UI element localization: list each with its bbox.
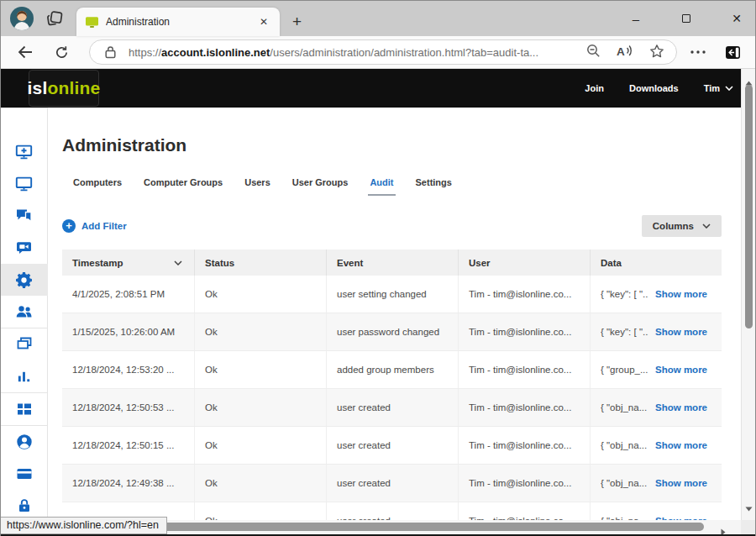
data-snippet: { "key": [ "... [601, 327, 648, 337]
credit-card-icon [16, 465, 33, 482]
tab-computers[interactable]: Computers [62, 177, 133, 196]
cell-status: Ok [194, 389, 326, 426]
zoom-out-icon[interactable] [586, 44, 601, 61]
sidebar-item-chat[interactable] [1, 200, 48, 232]
navbar-link-join[interactable]: Join [585, 83, 604, 93]
data-snippet: { "key": [ "... [601, 289, 648, 299]
tab-user-groups[interactable]: User Groups [281, 177, 360, 196]
minimize-button[interactable]: – [629, 12, 643, 26]
horizontal-scroll-thumb[interactable] [81, 523, 704, 531]
show-more-link[interactable]: Show more [655, 478, 707, 488]
cell-data: { "group_... Show more [590, 351, 722, 388]
scrollbar-corner [741, 520, 755, 534]
favorites-star-icon[interactable] [649, 44, 664, 61]
tab-close-icon[interactable]: ✕ [256, 16, 271, 28]
admin-tabs: Computers Computer Groups Users User Gro… [62, 177, 722, 196]
cell-user: Tim - tim@islonline.co... [458, 427, 590, 464]
sidebar-item-administration[interactable] [1, 264, 48, 296]
read-aloud-icon[interactable]: A [617, 44, 633, 60]
tab-settings[interactable]: Settings [405, 177, 463, 196]
lock-icon[interactable] [105, 45, 116, 59]
cell-event: added group members [326, 351, 458, 388]
table-row: 12/18/2024, 12:49:38 ... Ok user created… [62, 465, 722, 502]
show-more-link[interactable]: Show more [655, 289, 707, 299]
page-viewport: islonline Join Downloads Tim [1, 69, 755, 536]
show-more-link[interactable]: Show more [655, 402, 707, 413]
gear-icon [15, 271, 33, 289]
page-title: Administration [62, 134, 722, 155]
header-status[interactable]: Status [194, 250, 326, 276]
app-sidebar [1, 108, 48, 536]
data-snippet: { "obj_na... [601, 478, 647, 488]
sidebar-item-new-session[interactable] [1, 136, 48, 168]
cell-user: Tim - tim@islonline.co... [458, 313, 590, 350]
navbar-link-downloads[interactable]: Downloads [629, 83, 679, 93]
tab-computer-groups[interactable]: Computer Groups [133, 177, 234, 196]
settings-menu-icon[interactable] [690, 50, 706, 54]
show-more-link[interactable]: Show more [655, 365, 707, 375]
cell-user: Tim - tim@islonline.co... [458, 389, 590, 426]
islonline-logo[interactable]: islonline [29, 70, 99, 107]
vertical-scrollbar[interactable] [741, 69, 755, 520]
cell-status: Ok [194, 351, 326, 388]
cell-data: { "obj_na... Show more [590, 465, 722, 502]
header-data[interactable]: Data [590, 250, 722, 276]
people-icon [15, 303, 33, 320]
show-more-link[interactable]: Show more [655, 327, 707, 337]
logo-online: online [47, 78, 100, 98]
vertical-scroll-thumb[interactable] [745, 85, 753, 328]
address-bar[interactable]: https://account.islonline.net/users/admi… [89, 39, 677, 65]
sidebar-item-servers[interactable] [1, 393, 48, 425]
header-timestamp[interactable]: Timestamp [62, 250, 194, 276]
user-menu[interactable]: Tim [704, 83, 733, 93]
cell-event: user setting changed [326, 276, 458, 313]
scroll-down-icon[interactable] [745, 500, 753, 515]
workspaces-icon[interactable] [45, 10, 64, 31]
columns-button[interactable]: Columns [642, 215, 722, 237]
cell-status: Ok [194, 427, 326, 464]
main-content: Administration Computers Computer Groups… [48, 108, 755, 536]
monitor-plus-icon [15, 144, 33, 160]
add-filter-button[interactable]: + Add Filter [62, 219, 127, 233]
new-tab-button[interactable]: + [292, 13, 302, 30]
cell-event: user password changed [326, 313, 458, 350]
url-scheme: https:// [129, 46, 161, 59]
lock-icon [16, 497, 33, 514]
close-button[interactable]: ✕ [730, 12, 743, 25]
svg-text:A: A [617, 45, 625, 58]
back-icon[interactable] [18, 45, 33, 59]
address-bar-icons: A [586, 44, 664, 61]
bar-chart-icon [16, 369, 32, 385]
browser-profile-avatar[interactable] [10, 7, 34, 30]
header-user[interactable]: User [458, 250, 590, 276]
cell-data: { "key": [ "... Show more [590, 276, 722, 313]
sidebar-item-video-chat[interactable] [1, 232, 48, 264]
cell-data: { "key": [ "... Show more [590, 313, 722, 350]
table-header-row: Timestamp Status Event User Data [62, 250, 722, 276]
browser-toolbar: https://account.islonline.net/users/admi… [1, 36, 755, 69]
browser-tab-administration[interactable]: Administration ✕ [76, 8, 280, 36]
cell-event: user created [326, 389, 458, 426]
sidebar-item-billing[interactable] [1, 458, 48, 490]
audit-table: Timestamp Status Event User Data 4/1/202… [62, 250, 722, 536]
url-path: /users/administration/administration.htm… [270, 46, 538, 59]
chevron-down-icon [725, 86, 733, 91]
header-event[interactable]: Event [326, 250, 458, 276]
tab-audit[interactable]: Audit [359, 177, 404, 196]
status-bar-url: https://www.islonline.com/?hl=en [1, 517, 167, 534]
sidebar-item-reports[interactable] [1, 360, 48, 392]
url-domain: account.islonline.net [161, 46, 270, 59]
server-blocks-icon [16, 401, 33, 418]
data-snippet: { "obj_na... [601, 440, 647, 450]
show-more-link[interactable]: Show more [655, 440, 707, 450]
sidebar-item-sessions[interactable] [1, 328, 48, 360]
tab-users[interactable]: Users [234, 177, 281, 196]
browser-titlebar: Administration ✕ + – ✕ [1, 1, 755, 36]
refresh-icon[interactable] [55, 45, 69, 60]
maximize-button[interactable] [680, 14, 693, 23]
cell-user: Tim - tim@islonline.co... [458, 351, 590, 388]
sidebar-item-users[interactable] [1, 296, 48, 328]
sidebar-toggle-icon[interactable] [725, 45, 741, 60]
sidebar-item-account[interactable] [1, 426, 48, 458]
sidebar-item-computers[interactable] [1, 168, 48, 200]
